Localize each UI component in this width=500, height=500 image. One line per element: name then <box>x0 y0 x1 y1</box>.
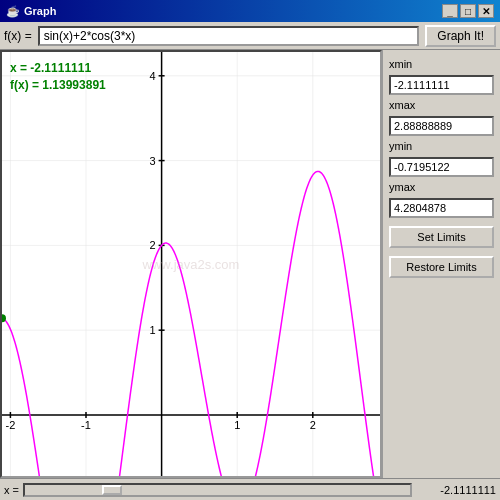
xmax-input[interactable] <box>389 116 494 136</box>
status-x-value: -2.1111111 <box>416 484 496 496</box>
maximize-button[interactable]: □ <box>460 4 476 18</box>
title-bar-left: ☕ Graph <box>6 5 56 18</box>
fx-coordinate: f(x) = 1.13993891 <box>10 77 106 94</box>
main-content: x = -2.1111111 f(x) = 1.13993891 www.jav… <box>0 50 500 478</box>
title-bar: ☕ Graph _ □ ✕ <box>0 0 500 22</box>
coords-display: x = -2.1111111 f(x) = 1.13993891 <box>10 60 106 94</box>
ymin-label: ymin <box>389 140 494 152</box>
graph-canvas[interactable] <box>2 52 380 476</box>
formula-bar: f(x) = Graph It! <box>0 22 500 50</box>
xmax-label: xmax <box>389 99 494 111</box>
ymax-input[interactable] <box>389 198 494 218</box>
restore-limits-button[interactable]: Restore Limits <box>389 256 494 278</box>
scrollbar-track[interactable] <box>23 483 412 497</box>
status-x-label: x = <box>4 484 19 496</box>
xmin-label: xmin <box>389 58 494 70</box>
xmin-input[interactable] <box>389 75 494 95</box>
app-icon: ☕ <box>6 5 20 18</box>
graph-container[interactable]: x = -2.1111111 f(x) = 1.13993891 www.jav… <box>0 50 382 478</box>
ymax-label: ymax <box>389 181 494 193</box>
ymin-input[interactable] <box>389 157 494 177</box>
set-limits-button[interactable]: Set Limits <box>389 226 494 248</box>
formula-input[interactable] <box>38 26 420 46</box>
title-bar-title: Graph <box>24 5 56 17</box>
close-button[interactable]: ✕ <box>478 4 494 18</box>
minimize-button[interactable]: _ <box>442 4 458 18</box>
status-bar: x = -2.1111111 <box>0 478 500 500</box>
right-panel: xmin xmax ymin ymax Set Limits Restore L… <box>382 50 500 478</box>
formula-label: f(x) = <box>4 29 32 43</box>
title-bar-controls: _ □ ✕ <box>442 4 494 18</box>
x-coordinate: x = -2.1111111 <box>10 60 106 77</box>
graph-it-button[interactable]: Graph It! <box>425 25 496 47</box>
scrollbar-thumb[interactable] <box>102 485 122 495</box>
